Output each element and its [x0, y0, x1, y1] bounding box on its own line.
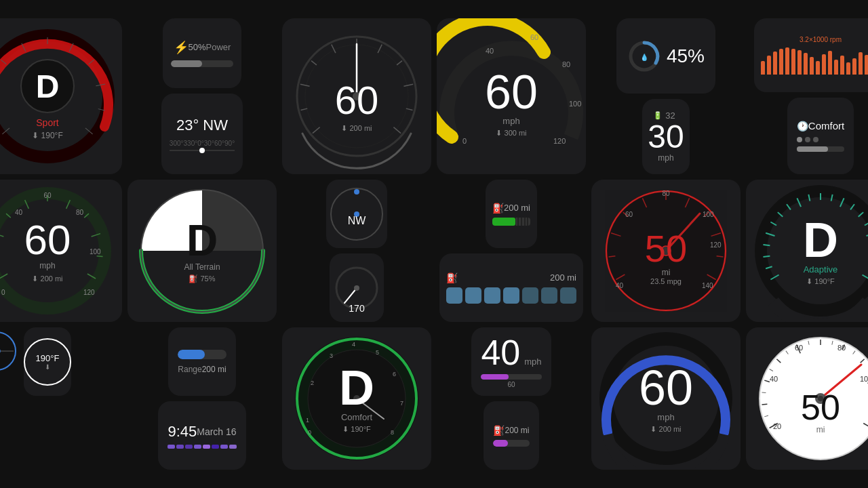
- fuel-r2c2: 75%: [201, 274, 216, 283]
- svg-line-138: [762, 392, 766, 393]
- svg-text:40: 40: [15, 209, 23, 216]
- mode-sport-label: Sport: [20, 117, 75, 128]
- widget-battery-pct: 💧 45%: [616, 18, 715, 94]
- svg-line-18: [332, 45, 336, 54]
- svg-text:8: 8: [391, 429, 394, 436]
- widget-sport-speed: D Sport ⬇ 190°F: [0, 18, 122, 174]
- svg-text:60: 60: [530, 33, 538, 41]
- svg-line-45: [97, 256, 103, 257]
- speed-r3c5: 60: [639, 363, 693, 412]
- fuel-value-top: 200 mi: [504, 203, 530, 213]
- power-label: Power: [206, 42, 231, 52]
- widget-stack-r2c3: NW 170: [282, 180, 431, 322]
- comfort-label: Comfort: [808, 120, 844, 131]
- adaptive-label: Adaptive: [803, 264, 838, 274]
- svg-text:100: 100: [90, 248, 101, 256]
- svg-text:60: 60: [43, 192, 52, 199]
- speed-60-r1c4: 60: [485, 68, 538, 116]
- temp-r3c3: 190°F: [351, 425, 370, 433]
- time-r3c2: 9:45: [167, 423, 197, 441]
- odo-r2c1: 200 mi: [41, 274, 63, 283]
- svg-text:6: 6: [393, 371, 396, 378]
- svg-text:4: 4: [352, 341, 355, 348]
- widget-stack-r3c4: 40 mph 60 ⛽ 200 mi: [437, 327, 586, 470]
- fuel-icon-bot: ⛽: [446, 272, 458, 283]
- svg-text:80: 80: [76, 209, 84, 216]
- speed-60-r1c3: 60: [335, 81, 379, 120]
- svg-text:40: 40: [486, 47, 494, 55]
- widget-fuel-purple: ⛽ 200 mi: [484, 401, 538, 470]
- widget-battery-top: ⚡ 50% Power: [163, 18, 242, 88]
- svg-text:40: 40: [616, 282, 624, 289]
- d-label-r3c3: D: [339, 363, 374, 412]
- widget-speed-40: 40 mph 60: [471, 327, 551, 396]
- widget-fuel-dots: ⛽ 200 mi: [439, 253, 583, 322]
- widget-white-speedo: 20 40 60 80 100 50 mi: [746, 327, 868, 470]
- battery-percent: 50%: [189, 42, 206, 52]
- svg-text:80: 80: [837, 344, 846, 352]
- speed-d-label: D: [36, 68, 60, 105]
- rpm-label: 3.2×1000 rpm: [800, 36, 842, 43]
- speed-30: 30: [648, 121, 684, 153]
- svg-line-86: [763, 245, 770, 245]
- bar-value-40: 60: [481, 381, 541, 388]
- widget-fuel-green: ⛽ 200 mi: [486, 180, 537, 248]
- svg-line-23: [406, 108, 413, 110]
- unit-40: mph: [524, 357, 541, 367]
- fuel-value-bot: 200 mi: [550, 272, 576, 283]
- clock-icon: 🕐: [797, 121, 808, 131]
- svg-line-38: [0, 234, 3, 237]
- svg-text:120: 120: [553, 137, 566, 145]
- widget-speed-red-needle: 40 60 80 100 120 140 50 mi 23.5 mpg: [591, 180, 741, 322]
- svg-text:120: 120: [83, 289, 95, 296]
- odo-r1c4: 300 mi: [505, 129, 527, 137]
- svg-point-60: [354, 285, 359, 291]
- svg-line-72: [717, 256, 724, 257]
- speed-r3c6: 50: [801, 390, 840, 425]
- speed-40: 40: [481, 335, 520, 370]
- temp-r3c1: 190°F: [36, 353, 60, 363]
- d-label-r2c6: D: [803, 216, 838, 264]
- temp-r2c6: 190°F: [814, 277, 834, 285]
- svg-line-127: [762, 404, 767, 405]
- widget-d-comfort-green: 1 2 3 4 5 6 7 8 0 D Comfort ⬇ 190°F: [282, 327, 431, 470]
- svg-text:100: 100: [860, 375, 868, 383]
- bolt-icon: ⚡: [174, 40, 189, 55]
- widget-temp-circle: 190°F ⬇: [24, 327, 71, 396]
- widget-stack-r2c4: ⛽ 200 mi ⛽: [437, 180, 586, 322]
- widget-stack-r1c2: ⚡ 50% Power 23° NW 300°330°0°30°60°90°: [127, 18, 277, 174]
- widget-stack-r3c1: 190°F ⬇: [0, 327, 122, 470]
- svg-text:💧: 💧: [640, 53, 649, 62]
- fuel-icon-purple: ⛽: [493, 425, 505, 436]
- date-r3c2: March 16: [197, 426, 236, 437]
- widget-rpm: 3.2×1000 rpm: [754, 18, 869, 92]
- svg-text:140: 140: [702, 282, 713, 289]
- svg-point-56: [354, 189, 359, 195]
- svg-line-59: [344, 288, 357, 303]
- svg-text:60: 60: [625, 211, 633, 218]
- odo-r3c5: 200 mi: [659, 425, 682, 433]
- svg-text:20: 20: [773, 422, 781, 430]
- widget-speed-dark: 60 ⬇ 200 mi: [282, 18, 431, 174]
- range-label: Range: [178, 365, 201, 374]
- widget-speed-30: 🔋 32 30 mph: [642, 99, 689, 174]
- svg-line-16: [300, 84, 310, 86]
- dashboard-grid: D Sport ⬇ 190°F ⚡ 50% Power 23° NW: [0, 12, 868, 476]
- svg-text:NW: NW: [348, 215, 367, 226]
- svg-line-22: [403, 84, 413, 86]
- widget-stack-r3c2: Range 200 mi 9:45 March 16: [127, 327, 277, 470]
- svg-line-85: [763, 256, 770, 257]
- svg-text:80: 80: [662, 190, 670, 197]
- svg-text:60: 60: [795, 344, 803, 352]
- svg-text:100: 100: [703, 211, 714, 218]
- unit-r1c5: mph: [658, 153, 673, 163]
- svg-text:2: 2: [311, 380, 314, 386]
- odo-r1c3: 200 mi: [350, 124, 372, 132]
- d-label-r2c2: D: [184, 219, 220, 262]
- widget-stack-r1c6: 3.2×1000 rpm: [746, 18, 868, 174]
- widget-speed-green: 0 40 60 80 100 120 60 mph ⬇ 200 mi: [0, 180, 122, 322]
- svg-text:40: 40: [770, 375, 778, 383]
- bearing-label: 23° NW: [176, 117, 228, 134]
- widget-allterrain: D All Terrain ⛽ 75%: [127, 180, 277, 322]
- speed-r2c5: 50: [645, 230, 687, 268]
